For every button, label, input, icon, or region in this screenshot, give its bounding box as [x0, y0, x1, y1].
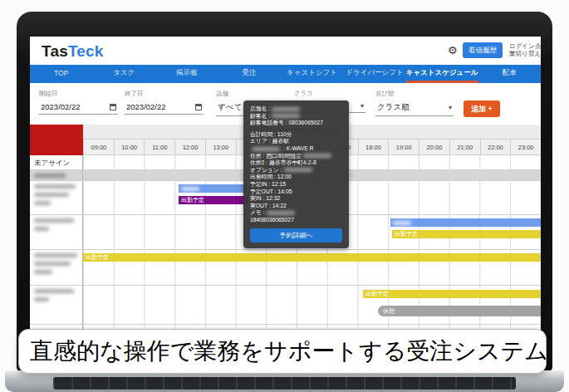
tooltip-line: 顧客電話番号 : 08036065027: [250, 120, 342, 127]
time-header-cell: 10:00: [114, 140, 145, 154]
time-header-cell: 21:00: [449, 140, 480, 154]
shift-bar[interactable]: 出勤予定: [363, 290, 541, 298]
cast-name-redacted: [30, 250, 83, 285]
shift-bar-label: 出勤予定: [365, 291, 389, 296]
reservation-bar[interactable]: [179, 184, 247, 193]
sort-select[interactable]: 並び順 クラス順▾: [375, 90, 454, 116]
time-header-cell: 09:00: [83, 140, 114, 154]
add-button[interactable]: 追加 +: [464, 100, 500, 117]
time-header-cell: 11:00: [144, 140, 174, 154]
cast-name-redacted: [30, 181, 83, 214]
tooltip-line: : K-WAVE R: [250, 145, 342, 153]
redacted-text: [284, 168, 312, 172]
laptop-keyboard: [53, 377, 516, 390]
time-header-cell: 22:00: [480, 140, 511, 154]
break-bar-label: 休憩: [383, 308, 395, 314]
app-header: TasTeck ⚙ 着信履歴 ログイン企業切り替え: [30, 37, 541, 65]
nav-tab-2[interactable]: タスク: [92, 65, 155, 83]
settings-gear-icon[interactable]: ⚙: [448, 44, 458, 56]
tooltip-line: 予定IN : 12:15: [250, 181, 342, 189]
break-bar[interactable]: 休憩: [378, 306, 541, 316]
reservation-detail-button[interactable]: 予約詳細へ: [250, 228, 342, 243]
redacted-text: [272, 114, 300, 118]
class-label: クラス: [294, 90, 365, 98]
start-date-value: 2023/02/22: [41, 102, 81, 111]
tooltip-line: 合計時間 : 110分: [250, 131, 342, 139]
redacted-text: [393, 221, 411, 225]
app-logo: TasTeck: [42, 42, 104, 61]
cast-name-redacted: [30, 286, 83, 324]
nav-tab-4[interactable]: 受注: [218, 65, 280, 83]
nav-tab-1[interactable]: TOP: [30, 65, 92, 83]
shift-bar-label: 出勤予定: [86, 254, 109, 260]
tooltip-line: 顧客名 :: [250, 113, 342, 120]
time-header-cell: 13:00: [205, 140, 236, 154]
main-nav: TOPタスク掲示板受注キャストシフトドライバーシフトキャストスケジュール配車: [30, 65, 541, 83]
reservation-tooltip: 店舗名 :顧客名 :顧客電話番号 : 08036065027合計時間 : 110…: [243, 100, 349, 248]
call-history-button[interactable]: 着信履歴: [463, 42, 503, 58]
time-header-cell: 18:00: [358, 140, 389, 154]
shift-bar[interactable]: 出勤予定: [83, 253, 541, 262]
shift-bar-label: 出勤予定: [181, 197, 204, 203]
reservation-bar[interactable]: [390, 218, 541, 227]
sort-label: 並び順: [375, 90, 454, 98]
nav-tab-3[interactable]: 掲示板: [155, 65, 218, 83]
end-date-value: 2023/02/22: [126, 102, 166, 111]
tooltip-line: 予定OUT : 14:05: [250, 189, 342, 196]
laptop-mockup: TasTeck ⚙ 着信履歴 ログイン企業切り替え TOPタスク掲示板受注キャス…: [0, 0, 569, 392]
redacted-text: [303, 154, 331, 158]
shift-bar[interactable]: 出勤予定: [392, 230, 541, 238]
store-label: 店舗: [216, 90, 287, 98]
nav-tab-6[interactable]: ドライバーシフト: [343, 65, 405, 83]
start-date-field[interactable]: 開始日 2023/02/22: [39, 90, 118, 115]
company-switch-link[interactable]: ログイン企業切り替え: [509, 42, 541, 57]
grid-corner-block: [30, 125, 83, 155]
tooltip-line: 18408036065027: [250, 217, 342, 224]
tooltip-line: 実IN : 12:32: [250, 195, 342, 203]
shift-bar[interactable]: 出勤予定: [179, 196, 248, 204]
sort-value: クラス順: [377, 102, 410, 113]
tooltip-line: 店舗名 :: [250, 105, 342, 113]
tooltip-line: オプション :: [250, 167, 342, 174]
tooltip-line: 実OUT : 14:22: [250, 203, 342, 210]
tooltip-line: 住所2 : 越谷市谷中町4-2-8: [250, 159, 342, 167]
end-date-label: 終了日: [125, 90, 204, 98]
tooltip-line: 住所 : 西口/時間指定: [250, 153, 342, 160]
redacted-text: [34, 174, 66, 178]
tooltip-line: メモ :: [250, 209, 342, 217]
redacted-text: [267, 211, 295, 215]
chevron-down-icon: ▾: [361, 102, 364, 110]
logo-text-tas: Tas: [42, 42, 68, 60]
chevron-down-icon: ▾: [449, 104, 452, 111]
store-value: すべて: [218, 102, 242, 113]
time-header-cell: 12:00: [174, 140, 205, 154]
nav-tab-8[interactable]: 配車: [478, 65, 541, 83]
end-date-field[interactable]: 終了日 2023/02/22: [125, 90, 204, 115]
redacted-text: [272, 107, 300, 111]
tooltip-line: 出発時間 : 12:00: [250, 174, 342, 181]
redacted-text: [181, 187, 199, 191]
caption-banner: 直感的な操作で業務をサポートする受注システム: [18, 329, 547, 374]
time-header-cell: 23:00: [510, 140, 541, 154]
time-header-cell: 20:00: [419, 140, 449, 154]
nav-tab-5[interactable]: キャストシフト: [281, 65, 343, 83]
shift-bar-label: 出勤予定: [395, 231, 418, 237]
calendar-icon[interactable]: [110, 104, 116, 110]
tooltip-line: エリア : 越谷駅: [250, 138, 342, 145]
start-date-label: 開始日: [39, 90, 118, 98]
cast-name-redacted: [30, 215, 83, 249]
app-window: TasTeck ⚙ 着信履歴 ログイン企業切り替え TOPタスク掲示板受注キャス…: [30, 37, 541, 369]
nav-tab-7[interactable]: キャストスケジュール: [406, 65, 478, 83]
calendar-icon[interactable]: [195, 104, 202, 110]
time-header-cell: 19:00: [388, 140, 419, 154]
logo-text-teck: Teck: [68, 42, 104, 60]
redacted-text: [252, 147, 280, 151]
unassigned-label: 未アサイン: [30, 155, 83, 169]
